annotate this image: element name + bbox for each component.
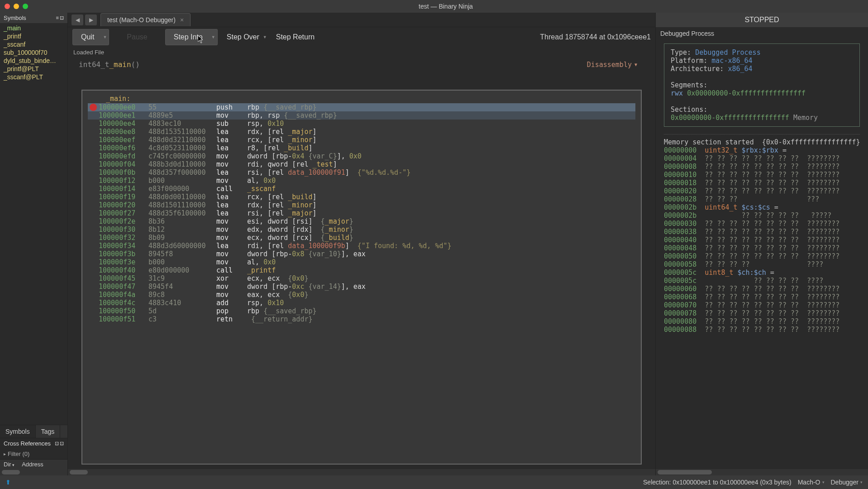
breakpoint-icon[interactable]	[90, 153, 97, 160]
asm-line[interactable]: 100000ee055pushrbp {__saved_rbp}	[88, 103, 635, 111]
breakpoint-icon[interactable]	[90, 218, 97, 225]
step-over-button[interactable]: Step Over▼	[227, 33, 267, 41]
memory-view[interactable]: Memory section started {0x0-0xffffffffff…	[656, 138, 868, 469]
xrefs-label: Cross References	[4, 440, 51, 447]
tab-symbols[interactable]: Symbols	[0, 425, 36, 438]
asm-line[interactable]: 100000f478945f4movdword [rbp-0xc {var_14…	[88, 283, 635, 291]
close-tab-icon[interactable]: ×	[180, 16, 184, 24]
symbols-sort-icon[interactable]: ≡	[56, 15, 59, 21]
step-into-button[interactable]: Step Into	[165, 29, 211, 45]
xrefs-filter[interactable]: Filter (0)	[0, 449, 67, 459]
breakpoint-icon[interactable]	[90, 259, 97, 266]
step-return-button[interactable]: Step Return	[276, 33, 315, 41]
asm-line[interactable]: 100000f19488d0d00110000learcx, [rel _bui…	[88, 193, 635, 201]
breakpoint-icon[interactable]	[90, 201, 97, 209]
memory-line: 00000088 ?? ?? ?? ?? ?? ?? ?? ?? ???????…	[664, 326, 860, 334]
asm-line[interactable]: 100000efdc745fc00000000movdword [rbp-0x4…	[88, 152, 635, 160]
asm-line[interactable]: 100000f40e80d000000call_printf	[88, 266, 635, 274]
breakpoint-icon[interactable]	[90, 144, 97, 152]
close-icon[interactable]	[5, 4, 10, 9]
asm-line[interactable]: 100000f04488b3d0d110000movrdi, qword [re…	[88, 160, 635, 168]
breakpoint-icon[interactable]	[90, 242, 97, 249]
debugger-menu[interactable]: Debugger	[831, 479, 863, 486]
breakpoint-icon[interactable]	[90, 128, 97, 135]
quit-button[interactable]: Quit	[72, 29, 103, 45]
symbol-item[interactable]: _main	[0, 24, 67, 32]
breakpoint-icon[interactable]	[90, 291, 97, 298]
memory-line: 00000000 uint32_t $rbx:$rbx =	[664, 146, 860, 154]
breakpoint-icon[interactable]	[90, 169, 97, 176]
breakpoint-icon[interactable]	[90, 136, 97, 144]
asm-line[interactable]: 100000ee44883ec10subrsp, 0x10	[88, 120, 635, 128]
file-tab[interactable]: test (Mach-O Debugger) ×	[100, 13, 191, 26]
breakpoint-icon[interactable]	[90, 193, 97, 201]
right-scrollbar[interactable]	[656, 469, 868, 475]
breakpoint-icon[interactable]	[90, 226, 97, 233]
asm-line[interactable]: 100000f308b12movedx, dword [rdx] {_minor…	[88, 225, 635, 234]
symbol-item[interactable]: _sscanf@PLT	[0, 73, 67, 81]
asm-line[interactable]: 100000f328b09movecx, dword [rcx] {_build…	[88, 234, 635, 242]
breakpoint-icon[interactable]	[90, 210, 97, 217]
asm-line[interactable]: 100000f4c4883c410addrsp, 0x10	[88, 299, 635, 307]
breakpoint-icon[interactable]	[90, 161, 97, 168]
asm-line[interactable]: 100000f4531c9xorecx, ecx {0x0}	[88, 274, 635, 283]
breakpoint-icon[interactable]	[90, 307, 97, 315]
xrefs-addr-col[interactable]: Address	[18, 460, 47, 469]
chevron-down-icon: ▼	[263, 35, 267, 39]
maximize-icon[interactable]	[23, 4, 28, 9]
tab-tags[interactable]: Tags	[36, 425, 61, 438]
breakpoint-icon[interactable]	[90, 177, 97, 184]
step-into-dropdown-icon[interactable]: ▼	[210, 29, 218, 45]
asm-line[interactable]: 100000f3b8945f8movdword [rbp-0x8 {var_10…	[88, 250, 635, 258]
asm-line[interactable]: 100000f12b000moval, 0x0	[88, 177, 635, 185]
breakpoint-icon[interactable]	[90, 316, 97, 323]
asm-line[interactable]: 100000ee14889e5movrbp, rsp {__saved_rbp}	[88, 111, 635, 120]
symbol-item[interactable]: _printf	[0, 32, 67, 40]
asm-line[interactable]: 100000f3eb000moval, 0x0	[88, 258, 635, 266]
symbols-header: Symbols ≡ ⊡	[0, 13, 67, 23]
breakpoint-icon[interactable]	[90, 275, 97, 282]
symbol-item[interactable]: dyld_stub_binde…	[0, 57, 67, 65]
xrefs-icon1[interactable]: ⊡	[55, 441, 59, 446]
asm-line[interactable]: 100000f20488d1501110000leardx, [rel _min…	[88, 201, 635, 209]
sidebar-scrollbar[interactable]	[0, 469, 67, 475]
breakpoint-icon[interactable]	[90, 283, 97, 290]
asm-line[interactable]: 100000f34488d3d60000000leardi, [rel data…	[88, 242, 635, 250]
symbols-collapse-icon[interactable]: ⊡	[60, 15, 64, 21]
selection-label: Selection: 0x100000ee1 to 0x100000ee4 (0…	[643, 479, 792, 486]
symbol-item[interactable]: sub_100000f70	[0, 48, 67, 57]
breakpoint-icon[interactable]	[90, 299, 97, 307]
breakpoint-icon[interactable]	[90, 267, 97, 274]
nav-back-icon[interactable]: ◀	[72, 14, 83, 25]
view-mode-select[interactable]: Disassembly ▼	[587, 61, 637, 69]
quit-dropdown-icon[interactable]: ▼	[101, 29, 109, 45]
asm-line[interactable]: 100000f51c3retn {__return_addr}	[88, 315, 635, 323]
process-info: Type: Debugged Process Platform: mac-x86…	[664, 43, 860, 127]
symbol-item[interactable]: _sscanf	[0, 40, 67, 48]
asm-line[interactable]: 100000f2e8b36movesi, dword [rsi] {_major…	[88, 217, 635, 225]
breakpoint-icon[interactable]	[90, 104, 97, 111]
center-scrollbar[interactable]	[68, 469, 655, 475]
window-title: test — Binary Ninja	[28, 3, 863, 10]
asm-line[interactable]: 100000f4a89c8moveax, ecx {0x0}	[88, 291, 635, 299]
symbol-item[interactable]: _printf@PLT	[0, 65, 67, 73]
breakpoint-icon[interactable]	[90, 112, 97, 119]
disassembly-view[interactable]: _main: 100000ee055pushrbp {__saved_rbp}1…	[81, 90, 642, 465]
breakpoint-icon[interactable]	[90, 250, 97, 258]
xrefs-dir-col[interactable]: Dir	[0, 460, 18, 469]
asm-line[interactable]: 100000f0b488d357f000000learsi, [rel data…	[88, 168, 635, 177]
asm-line[interactable]: 100000ee8488d1535110000leardx, [rel _maj…	[88, 128, 635, 136]
arch-menu[interactable]: Mach-O	[798, 479, 825, 486]
breakpoint-icon[interactable]	[90, 120, 97, 127]
asm-line[interactable]: 100000f14e83f000000call_sscanf	[88, 185, 635, 193]
xrefs-icon2[interactable]: ⊡	[60, 441, 64, 446]
asm-line[interactable]: 100000f505dpoprbp {__saved_rbp}	[88, 307, 635, 315]
asm-line[interactable]: 100000ef64c8d0523110000lear8, [rel _buil…	[88, 144, 635, 152]
breakpoint-icon[interactable]	[90, 234, 97, 241]
nav-forward-icon[interactable]: ▶	[85, 14, 97, 25]
minimize-icon[interactable]	[14, 4, 19, 9]
asm-line[interactable]: 100000f27488d35f6100000learsi, [rel _maj…	[88, 209, 635, 217]
breakpoint-icon[interactable]	[90, 185, 97, 192]
status-arrow-icon[interactable]: ⬆	[5, 479, 11, 486]
asm-line[interactable]: 100000eef488d0d32110000learcx, [rel _min…	[88, 136, 635, 144]
